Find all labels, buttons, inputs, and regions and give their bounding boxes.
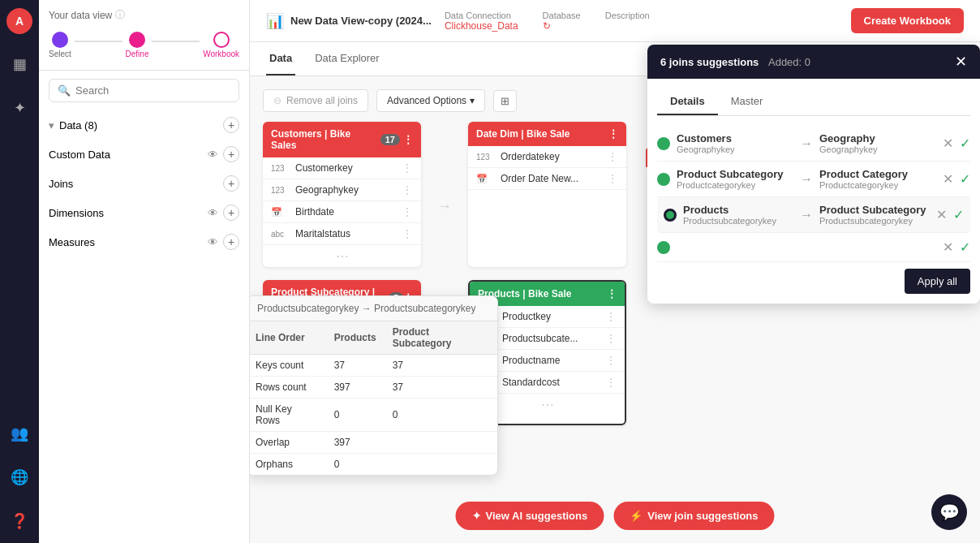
step-define[interactable]: Define [126, 32, 149, 58]
join-from-products: Products Productsubcategorykey [683, 204, 793, 226]
products-detail-header: Productsubcategorykey → Productsubcatego… [250, 296, 497, 321]
join-row-products: Products Productsubcategorykey → Product… [657, 197, 970, 233]
table-row: 123 Orderdatekey ⋮ [468, 146, 626, 168]
join-to-product-subcategory: Product Subcategory Productsubcategoryke… [819, 204, 930, 226]
step-select[interactable]: Select [49, 32, 71, 58]
join-row-actions: ✕ ✓ [943, 136, 970, 151]
join-accept-btn[interactable]: ✓ [960, 171, 970, 187]
col-line-order: Line Order [250, 321, 326, 355]
more-icon[interactable]: ⋮ [403, 134, 413, 145]
join-reject-btn[interactable]: ✕ [943, 239, 953, 255]
table-connector-1: → [434, 146, 455, 267]
join-row-actions: ✕ ✓ [936, 207, 964, 222]
main-content: 📊 New Data View-copy (2024... Data Conne… [250, 0, 980, 543]
detail-row: Rows count 397 37 [250, 377, 497, 399]
app-logo: A [6, 8, 32, 34]
add-joins-btn[interactable]: + [223, 175, 239, 192]
advanced-options-button[interactable]: Advanced Options ▾ [376, 89, 485, 112]
step-workbook[interactable]: Workbook [203, 32, 239, 58]
table-row: abc Maritalstatus ⋮ [263, 223, 421, 245]
app-sidebar: A ▦ ✦ 👥 🌐 ❓ [0, 0, 39, 543]
more-icon[interactable]: ⋮ [608, 128, 618, 140]
join-arrow-icon: → [800, 172, 813, 187]
nav-icon-chart[interactable]: ▦ [8, 50, 32, 78]
detail-row: Overlap 397 [250, 432, 497, 454]
customers-header: Customers | Bike Sales 17 ⋮ [263, 122, 421, 157]
nav-icon-users[interactable]: 👥 [6, 420, 33, 447]
top-bar: 📊 New Data View-copy (2024... Data Conne… [250, 0, 980, 42]
eye-custom-data-icon[interactable]: 👁 [208, 149, 218, 161]
tab-master[interactable]: Master [718, 88, 776, 115]
step-line-2 [152, 41, 200, 42]
data-panel: Your data view ⓘ Select Define Workbook … [39, 0, 250, 543]
chart-icon: 📊 [266, 12, 284, 30]
join-accept-btn[interactable]: ✓ [953, 207, 964, 222]
add-custom-data-btn[interactable]: + [223, 146, 239, 162]
search-box[interactable]: 🔍 [49, 79, 239, 102]
search-input[interactable] [75, 84, 230, 97]
section-custom-data[interactable]: Custom Data 👁 + [39, 140, 249, 169]
col-products: Products [326, 321, 385, 355]
section-measures[interactable]: Measures 👁 + [39, 227, 249, 256]
join-status-dot [657, 173, 670, 186]
bottom-actions: ✦ View AI suggestions ⚡ View join sugges… [456, 502, 775, 530]
join-modal-body: Details Master Customers Geographykey → … [647, 79, 980, 304]
chevron-down-icon: ▾ [49, 119, 54, 131]
col-product-subcategory: Product Subcategory [385, 321, 497, 355]
table-date-dim: Date Dim | Bike Sale ⋮ 123 Orderdatekey … [468, 122, 626, 267]
step-dot-select [52, 32, 68, 48]
nav-icon-help[interactable]: ❓ [6, 507, 33, 535]
detail-row: Orphans 0 [250, 454, 497, 476]
table-row: 123 Customerkey ⋮ [263, 157, 421, 179]
chevron-down-icon: ▾ [470, 95, 475, 106]
join-status-dot [657, 241, 670, 254]
join-accept-btn[interactable]: ✓ [960, 136, 970, 151]
section-data[interactable]: ▾ Data (8) + [39, 110, 249, 140]
ai-suggestions-button[interactable]: ✦ View AI suggestions [456, 502, 604, 530]
add-dimensions-btn[interactable]: + [223, 205, 239, 221]
minus-circle-icon: ⊖ [273, 95, 282, 106]
add-measures-btn[interactable]: + [223, 234, 239, 250]
description-field: Description [605, 11, 650, 32]
date-dim-header: Date Dim | Bike Sale ⋮ [468, 122, 626, 146]
join-reject-btn[interactable]: ✕ [943, 171, 953, 187]
more-icon[interactable]: ⋮ [607, 288, 617, 300]
create-workbook-button[interactable]: Create Workbook [851, 8, 964, 33]
join-tabs: Details Master [657, 88, 970, 116]
join-reject-btn[interactable]: ✕ [936, 207, 947, 222]
join-reject-btn[interactable]: ✕ [943, 136, 953, 151]
section-dimensions[interactable]: Dimensions 👁 + [39, 198, 249, 227]
join-status-dot [657, 137, 670, 150]
grid-icon-btn[interactable]: ⊞ [493, 90, 517, 112]
join-arrow-icon: → [800, 208, 813, 222]
add-data-btn[interactable]: + [223, 117, 239, 133]
join-accept-btn[interactable]: ✓ [960, 239, 970, 255]
stepper-row: Select Define Workbook [49, 28, 239, 62]
join-row-product-subcategory: Product Subcategory Productcategorykey →… [657, 162, 970, 197]
join-to-product-category: Product Category Productcategorykey [819, 168, 936, 190]
join-icon: ⚡ [630, 510, 643, 522]
join-suggestions-button[interactable]: ⚡ View join suggestions [613, 502, 774, 530]
section-joins[interactable]: Joins + [39, 169, 249, 198]
join-from-customers: Customers Geographykey [677, 132, 793, 154]
eye-measures-icon[interactable]: 👁 [208, 236, 218, 248]
nav-icon-transform[interactable]: ✦ [9, 94, 31, 122]
join-status-dot [664, 209, 677, 222]
chat-button[interactable]: 💬 [931, 494, 967, 530]
tab-data[interactable]: Data [266, 42, 295, 75]
nav-icon-globe[interactable]: 🌐 [6, 463, 33, 491]
step-line-1 [75, 41, 122, 42]
info-icon: ⓘ [115, 8, 125, 22]
apply-all-button[interactable]: Apply all [905, 269, 970, 294]
tab-data-explorer[interactable]: Data Explorer [312, 42, 382, 75]
detail-row: Keys count 37 37 [250, 355, 497, 377]
eye-dimensions-icon[interactable]: 👁 [208, 207, 218, 219]
table-row: 📅 Order Date New... ⋮ [468, 168, 626, 190]
remove-joins-button[interactable]: ⊖ Remove all joins [263, 89, 368, 112]
tab-details[interactable]: Details [657, 88, 718, 115]
data-connection-field: Data Connection Clickhouse_Data [445, 11, 518, 32]
products-detail-popup: Productsubcategorykey → Productsubcatego… [250, 295, 498, 476]
join-row-customers: Customers Geographykey → Geography Geogr… [657, 126, 970, 162]
join-from-product-subcategory: Product Subcategory Productcategorykey [677, 168, 793, 190]
products-detail-table: Line Order Products Product Subcategory … [250, 321, 497, 475]
